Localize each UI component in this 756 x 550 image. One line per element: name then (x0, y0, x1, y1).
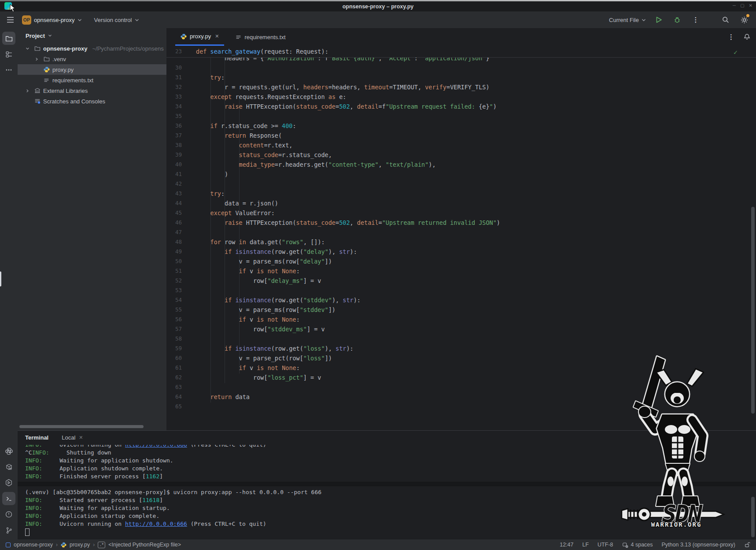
line-number: 52 (166, 276, 191, 286)
line-number: 44 (166, 198, 191, 208)
tab-requirements-txt[interactable]: requirements.txt (230, 28, 291, 46)
status-time: 12:47 (560, 542, 573, 548)
line-number: 32 (166, 82, 191, 92)
tree-item-label: opnsense-proxy (43, 45, 87, 52)
interpreter-widget[interactable]: Python 3.13 (opnsense-proxy) (662, 542, 735, 548)
tool-terminal-button[interactable] (2, 492, 15, 505)
chevron-right-icon[interactable] (33, 57, 41, 61)
tool-services-button[interactable] (2, 476, 15, 489)
terminal-tab-local[interactable]: Local ✕ (62, 434, 83, 441)
line-number: 37 (166, 131, 191, 140)
code-line: 53 (166, 286, 756, 295)
tool-python-console-button[interactable] (2, 444, 15, 458)
terminal-cursor (25, 528, 30, 536)
code-line: 37 return Response( (166, 131, 756, 140)
text-file-icon (43, 77, 50, 83)
folder-icon (5, 35, 13, 42)
code-line: 59 if isinstance(row.get("loss"), str): (166, 344, 756, 353)
main-menu-button[interactable] (4, 14, 16, 26)
code-line: 48 for row in data.get("rows", []): (166, 237, 756, 247)
debug-button[interactable] (671, 14, 683, 26)
close-icon[interactable]: ✕ (215, 33, 219, 39)
project-panel-header[interactable]: Project (18, 28, 166, 43)
encoding-widget[interactable]: UTF-8 (597, 542, 613, 548)
line-number: 56 (166, 315, 191, 324)
terminal-vertical-scrollbar[interactable] (751, 497, 755, 537)
line-number: 50 (166, 257, 191, 266)
search-everywhere-button[interactable] (720, 14, 731, 26)
code-line: 43 try: (166, 189, 756, 198)
notifications-bell-icon[interactable] (743, 33, 751, 41)
tool-version-control-button[interactable] (2, 524, 15, 537)
code-line: 36 if r.status_code >= 400: (166, 121, 756, 131)
terminal-link[interactable]: http://0.0.0.0:666 (125, 445, 187, 448)
project-tree-item-opnsense-proxy[interactable]: opnsense-proxy~/PycharmProjects/opnsens (18, 43, 166, 54)
project-tree-item-requirements.txt[interactable]: requirements.txt (18, 75, 166, 85)
chevron-down-icon[interactable] (24, 47, 31, 51)
maximize-button[interactable]: ▢ (740, 1, 744, 10)
code-line: 38 content=r.text, (166, 140, 756, 150)
injected-language-icon: .* (98, 542, 105, 548)
project-tree-item-external-libraries[interactable]: External Libraries (18, 85, 166, 96)
problems-icon (5, 510, 13, 518)
structure-icon (5, 51, 13, 58)
line-number: 39 (166, 150, 191, 160)
close-icon[interactable]: ✕ (79, 435, 83, 440)
search-icon (722, 16, 730, 24)
project-module-icon (6, 543, 11, 547)
terminal-link[interactable]: http://0.0.0.0:666 (125, 521, 187, 527)
python-console-icon (5, 447, 13, 455)
tool-project-button[interactable] (2, 32, 15, 45)
code-line: 58 (166, 334, 756, 344)
code-line: 47 (166, 227, 756, 237)
chevron-right-icon[interactable] (24, 89, 31, 93)
project-tree-item-proxy.py[interactable]: proxy.py (18, 64, 166, 75)
line-number: 64 (166, 392, 191, 402)
project-name: opnsense-proxy (34, 17, 75, 23)
code-line: 33 except requests.RequestException as e… (166, 92, 756, 102)
project-widget[interactable]: OP opnsense-proxy (22, 15, 82, 25)
run-configuration-selector[interactable]: Current File (609, 17, 646, 23)
indent-icon (622, 542, 628, 548)
sticky-code: def search_gateway(request: Request): (191, 46, 328, 57)
tree-item-label: .venv (52, 56, 66, 62)
line-number: 55 (166, 305, 191, 315)
breadcrumb-file[interactable]: proxy.py (70, 542, 90, 548)
folder-icon (43, 56, 50, 62)
activity-bar (0, 28, 18, 539)
bug-icon (673, 16, 681, 24)
packages-icon (5, 463, 13, 471)
breadcrumb: opnsense-proxy › proxy.py › .* <Injected… (6, 542, 181, 548)
more-tool-windows-button[interactable] (2, 63, 15, 77)
editor-options-kebab-icon[interactable]: ⋮ (728, 33, 734, 41)
line-number: 59 (166, 344, 191, 353)
line-number: 53 (166, 286, 191, 295)
run-button[interactable] (653, 14, 664, 26)
tab-proxy-py[interactable]: proxy.py ✕ (175, 28, 224, 46)
chevron-right-icon: › (56, 542, 58, 548)
breadcrumb-project[interactable]: opnsense-proxy (14, 542, 53, 548)
line-number: 40 (166, 160, 191, 169)
sticky-line[interactable]: 23 def search_gateway(request: Request):… (166, 46, 756, 58)
line-number: 65 (166, 402, 191, 411)
code-line: 30 (166, 63, 756, 73)
project-tree-item-.venv[interactable]: .venv (18, 54, 166, 64)
breadcrumb-injected[interactable]: <Injected PythonRegExp file> (108, 542, 181, 548)
code-line: 32 r = requests.get(url, headers=headers… (166, 82, 756, 92)
tool-python-packages-button[interactable] (2, 460, 15, 473)
settings-button[interactable] (738, 14, 750, 26)
close-button[interactable]: ✕ (749, 1, 752, 10)
editor-tab-bar: proxy.py ✕ requirements.txt ⋮ (166, 28, 756, 46)
tool-problems-button[interactable] (2, 508, 15, 521)
inspections-check-icon[interactable]: ✓ (734, 47, 738, 58)
project-tree-item-scratches-and-consoles[interactable]: Scratches and Consoles (18, 96, 166, 106)
tool-structure-button[interactable] (2, 48, 15, 61)
version-control-widget[interactable]: Version control (94, 17, 139, 23)
unlock-icon[interactable] (744, 542, 750, 548)
minimize-button[interactable]: ─ (733, 1, 736, 10)
line-ending-widget[interactable]: LF (582, 542, 589, 548)
line-number: 63 (166, 382, 191, 392)
project-horizontal-scrollbar[interactable] (19, 425, 144, 428)
more-actions-button[interactable]: ⋮ (690, 14, 701, 26)
indent-widget[interactable]: 4 spaces (622, 542, 653, 548)
